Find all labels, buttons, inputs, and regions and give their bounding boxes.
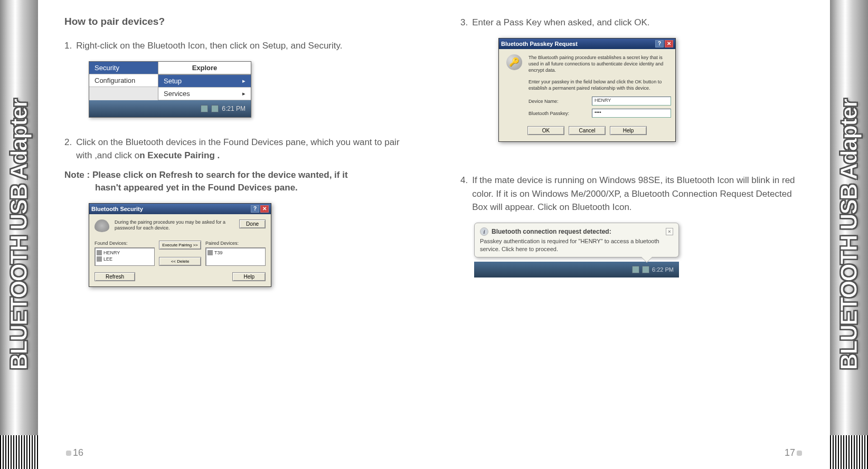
menu-item-security[interactable]: Security <box>89 62 158 74</box>
page-left: How to pair devices? 1. Right-click on t… <box>38 0 434 469</box>
device-name-input[interactable]: HENRY <box>592 97 671 106</box>
titlebar-help-button[interactable]: ? <box>655 40 664 47</box>
device-icon <box>207 250 213 255</box>
step-number: 1. <box>64 39 72 53</box>
dialog-titlebar: Bluetooth Passkey Request ? ✕ <box>499 39 675 49</box>
page-bullet-icon <box>797 451 802 456</box>
step-number: 2. <box>64 136 72 162</box>
step-text: Click on the Bluetooth devices in the Fo… <box>76 136 408 162</box>
help-button[interactable]: Help <box>232 272 266 281</box>
taskbar: 6:21 PM <box>89 100 251 117</box>
tray-bluetooth-icon[interactable] <box>211 105 219 112</box>
side-title-left: BLUETOOTH USB Adapter <box>6 99 32 370</box>
tray-bluetooth-icon[interactable] <box>642 266 649 273</box>
step-1: 1. Right-click on the Bluetooth Icon, th… <box>64 39 408 53</box>
list-item[interactable]: HENRY <box>97 250 153 256</box>
page-bullet-icon <box>66 451 71 456</box>
paired-devices-label: Paired Devices: <box>205 241 266 246</box>
step-number: 4. <box>460 174 468 214</box>
page-right: 3. Enter a Pass Key when asked, and clic… <box>434 0 830 469</box>
page-number-left: 16 <box>64 447 83 458</box>
step-number: 3. <box>460 16 468 30</box>
figure-tray-menu: Security Configuration Explore Setup Ser… <box>89 61 408 118</box>
step-text: Enter a Pass Key when asked, and click O… <box>472 16 804 30</box>
bluetooth-security-dialog: Bluetooth Security ? ✕ During the pairin… <box>89 203 271 287</box>
bluetooth-icon <box>95 219 109 232</box>
found-devices-list[interactable]: HENRY LEE <box>95 247 155 266</box>
menu-item-services[interactable]: Services <box>158 88 251 100</box>
balloon-close-button[interactable]: × <box>666 228 673 235</box>
right-decor-border: BLUETOOTH USB Adapter <box>830 0 868 469</box>
passkey-para-2: Enter your passkey in the field below an… <box>529 79 671 91</box>
taskbar-clock: 6:21 PM <box>222 105 246 112</box>
cancel-button[interactable]: Cancel <box>569 126 606 135</box>
balloon-body: Passkey authentication is required for "… <box>480 237 673 253</box>
titlebar-close-button[interactable]: ✕ <box>665 40 673 47</box>
done-button[interactable]: Done <box>239 219 266 228</box>
tray-icon <box>201 105 208 112</box>
help-button[interactable]: Help <box>610 126 647 135</box>
tray-menu-screenshot: Security Configuration Explore Setup Ser… <box>89 61 251 118</box>
step-2: 2. Click on the Bluetooth devices in the… <box>64 136 408 162</box>
found-devices-label: Found Devices: <box>95 241 155 246</box>
balloon-tooltip[interactable]: i Bluetooth connection request detected:… <box>474 223 679 258</box>
ok-button[interactable]: OK <box>527 126 564 135</box>
dialog-description: During the pairing procedure you may be … <box>115 219 234 232</box>
figure-balloon: i Bluetooth connection request detected:… <box>474 223 804 278</box>
page-number-right: 17 <box>785 447 804 458</box>
hatching-right <box>830 435 868 469</box>
paired-devices-list[interactable]: T39 <box>205 247 266 266</box>
note-block: Note : Please click on Refresh to search… <box>64 169 408 195</box>
passkey-input[interactable]: •••• <box>592 109 671 118</box>
list-item[interactable]: LEE <box>97 256 153 262</box>
execute-pairing-button[interactable]: Execute Pairing >> <box>159 241 201 250</box>
left-decor-border: BLUETOOTH USB Adapter <box>0 0 38 469</box>
refresh-button[interactable]: Refresh <box>95 272 135 281</box>
note-line-2: hasn't appeared yet in the Found Devices… <box>64 181 408 195</box>
hatching-left <box>0 435 38 469</box>
list-item[interactable]: T39 <box>207 250 263 256</box>
dialog-title: Bluetooth Security <box>91 206 143 212</box>
info-icon: i <box>480 227 488 236</box>
menu-item-explore[interactable]: Explore <box>158 62 251 75</box>
note-label: Note : <box>64 170 92 180</box>
device-icon <box>97 256 102 262</box>
side-title-right: BLUETOOTH USB Adapter <box>836 99 862 370</box>
dialog-title: Bluetooth Passkey Request <box>501 41 578 47</box>
dialog-titlebar: Bluetooth Security ? ✕ <box>89 204 271 214</box>
note-line-1: Please click on Refresh to search for th… <box>92 170 348 180</box>
device-name-label: Device Name: <box>529 99 581 104</box>
step-3: 3. Enter a Pass Key when asked, and clic… <box>460 16 804 30</box>
menu-item-configuration[interactable]: Configuration <box>89 74 158 87</box>
passkey-para-1: The Bluetooth pairing procedure establis… <box>529 54 671 73</box>
figure-passkey-dialog: Bluetooth Passkey Request ? ✕ 🔑 The Blue… <box>485 38 804 142</box>
device-icon <box>97 250 102 255</box>
step-text: If the mate device is running on Windows… <box>472 174 804 214</box>
taskbar-clock: 6:22 PM <box>652 266 674 273</box>
titlebar-help-button[interactable]: ? <box>251 205 259 213</box>
step-text: Right-click on the Bluetooth Icon, then … <box>76 39 408 53</box>
figure-bluetooth-security: Bluetooth Security ? ✕ During the pairin… <box>89 203 408 287</box>
passkey-label: Bluetooth Passkey: <box>529 111 581 116</box>
taskbar: 6:22 PM <box>474 262 679 277</box>
section-heading: How to pair devices? <box>64 16 408 27</box>
passkey-dialog: Bluetooth Passkey Request ? ✕ 🔑 The Blue… <box>498 38 676 142</box>
menu-item-setup[interactable]: Setup <box>158 75 251 88</box>
tray-icon <box>632 266 639 273</box>
delete-button[interactable]: << Delete <box>159 257 201 266</box>
content-area: How to pair devices? 1. Right-click on t… <box>38 0 830 469</box>
step-4: 4. If the mate device is running on Wind… <box>460 174 804 214</box>
titlebar-close-button[interactable]: ✕ <box>260 205 269 213</box>
balloon-heading: Bluetooth connection request detected: <box>492 228 611 235</box>
key-icon: 🔑 <box>506 54 522 70</box>
